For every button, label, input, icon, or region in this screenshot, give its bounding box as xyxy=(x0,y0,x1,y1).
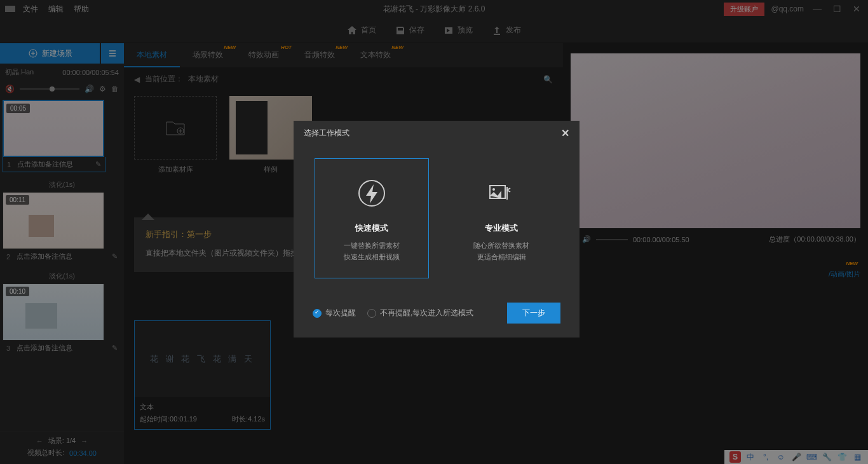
fast-mode-desc: 一键替换所需素材 快速生成相册视频 xyxy=(323,240,421,263)
modal-title: 选择工作模式 xyxy=(304,128,349,139)
fast-mode-card[interactable]: 快速模式 一键替换所需素材 快速生成相册视频 xyxy=(315,158,429,278)
fast-mode-title: 快速模式 xyxy=(323,222,421,234)
svg-point-4 xyxy=(492,188,495,191)
radio-dot-icon xyxy=(313,309,322,318)
work-mode-modal: 选择工作模式 ✕ 快速模式 一键替换所需素材 快速生成相册视频 专业模式 随心所… xyxy=(294,121,580,338)
lightning-icon xyxy=(356,178,387,208)
remind-never-radio[interactable]: 不再提醒,每次进入所选模式 xyxy=(367,308,473,318)
pro-mode-title: 专业模式 xyxy=(452,222,550,234)
remind-always-radio[interactable]: 每次提醒 xyxy=(313,308,356,318)
modal-close-button[interactable]: ✕ xyxy=(561,127,569,139)
radio-label: 不再提醒,每次进入所选模式 xyxy=(380,308,473,318)
pro-mode-desc: 随心所欲替换素材 更适合精细编辑 xyxy=(452,240,550,263)
pro-mode-card[interactable]: 专业模式 随心所欲替换素材 更适合精细编辑 xyxy=(444,158,559,278)
radio-dot-icon xyxy=(367,309,376,318)
radio-label: 每次提醒 xyxy=(325,308,356,318)
media-icon xyxy=(486,178,517,208)
next-button[interactable]: 下一步 xyxy=(507,303,560,324)
